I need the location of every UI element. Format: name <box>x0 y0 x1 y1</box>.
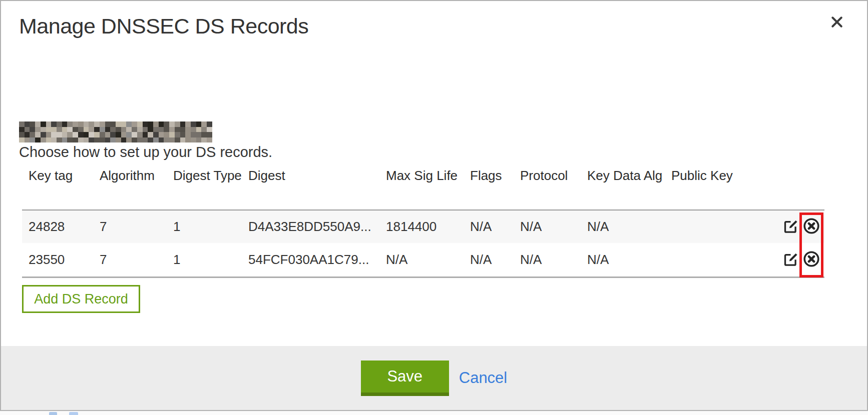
cell-key-data-alg: N/A <box>587 219 671 234</box>
edit-record-button[interactable] <box>781 251 799 269</box>
cell-digest: 54FCF030AA1C79... <box>248 252 386 268</box>
edit-record-button[interactable] <box>781 218 799 236</box>
cell-algorithm: 7 <box>100 252 173 268</box>
edit-icon <box>782 218 799 236</box>
column-header-public-key: Public Key <box>671 168 769 184</box>
delete-record-button[interactable] <box>802 218 820 236</box>
save-button[interactable]: Save <box>361 360 449 396</box>
ds-records-table: Key tag Algorithm Digest Type Digest Max… <box>22 168 824 278</box>
edit-icon <box>782 251 799 269</box>
page-title: Manage DNSSEC DS Records <box>19 14 308 38</box>
cancel-link[interactable]: Cancel <box>459 369 508 387</box>
redacted-domain-name <box>19 122 212 142</box>
cell-flags: N/A <box>470 252 520 268</box>
delete-record-button[interactable] <box>802 251 820 269</box>
close-button[interactable] <box>827 12 847 32</box>
table-row: 24828 7 1 D4A33E8DD550A9... 1814400 N/A … <box>22 210 824 243</box>
instruction-text: Choose how to set up your DS records. <box>19 144 272 160</box>
column-header-digest-type: Digest Type <box>173 168 248 184</box>
cell-algorithm: 7 <box>100 219 173 234</box>
cell-digest-type: 1 <box>173 252 248 268</box>
table-header-row: Key tag Algorithm Digest Type Digest Max… <box>22 168 824 210</box>
column-header-protocol: Protocol <box>520 168 587 184</box>
column-header-max-sig-life: Max Sig Life <box>386 168 470 184</box>
cell-digest-type: 1 <box>173 219 248 234</box>
background-page-artifact <box>49 412 57 415</box>
cell-digest: D4A33E8DD550A9... <box>248 219 386 234</box>
table-row: 23550 7 1 54FCF030AA1C79... N/A N/A N/A … <box>22 243 824 278</box>
page-behind-modal <box>0 411 868 415</box>
circle-x-icon <box>802 217 820 236</box>
cell-protocol: N/A <box>520 252 587 268</box>
circle-x-icon <box>802 250 820 270</box>
background-page-artifact <box>69 412 78 415</box>
column-header-digest: Digest <box>248 168 386 184</box>
cell-flags: N/A <box>470 219 520 234</box>
column-header-flags: Flags <box>470 168 520 184</box>
cell-max-sig-life: N/A <box>386 252 470 268</box>
cell-max-sig-life: 1814400 <box>386 219 470 234</box>
cell-protocol: N/A <box>520 219 587 234</box>
column-header-algorithm: Algorithm <box>100 168 173 184</box>
column-header-key-tag: Key tag <box>22 168 100 184</box>
close-icon <box>829 14 844 30</box>
add-ds-record-button[interactable]: Add DS Record <box>22 285 140 313</box>
cell-key-tag: 24828 <box>22 219 100 234</box>
column-header-key-data-alg: Key Data Alg <box>587 168 671 184</box>
modal-footer: Save Cancel <box>1 346 867 410</box>
cell-key-data-alg: N/A <box>587 252 671 268</box>
cell-key-tag: 23550 <box>22 252 100 268</box>
manage-dnssec-modal: Manage DNSSEC DS Records Choose how to s… <box>0 0 868 411</box>
